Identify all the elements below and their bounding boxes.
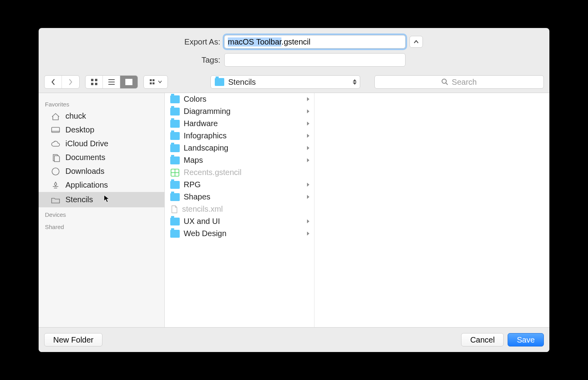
chevron-down-icon (158, 80, 162, 84)
column-item[interactable]: Maps (165, 154, 314, 166)
filename-input[interactable] (224, 35, 406, 48)
sidebar-item-label: Desktop (65, 125, 94, 134)
path-folder-name: Stencils (228, 78, 256, 87)
svg-rect-3 (95, 83, 97, 85)
column-item-label: Colors (184, 95, 207, 104)
sidebar-item-downloads[interactable]: Downloads (39, 164, 164, 178)
disclosure-arrow-icon (306, 131, 310, 140)
column-view-button[interactable] (120, 76, 138, 88)
column-item[interactable]: Landscaping (165, 142, 314, 154)
list-view-button[interactable] (103, 76, 120, 88)
column-item[interactable]: UX and UI (165, 215, 314, 227)
view-mode-group (85, 75, 138, 89)
column-item[interactable]: stencils.xml (165, 203, 314, 215)
cancel-button[interactable]: Cancel (461, 333, 504, 346)
folder-icon (170, 144, 180, 152)
svg-rect-12 (150, 82, 152, 84)
svg-rect-2 (91, 83, 93, 85)
svg-line-15 (446, 83, 448, 85)
sidebar-item-desktop[interactable]: Desktop (39, 123, 164, 137)
grouping-button[interactable] (143, 75, 168, 89)
path-popup[interactable]: Stencils (210, 75, 360, 89)
desktop-icon (50, 126, 61, 134)
sidebar-item-documents[interactable]: Documents (39, 151, 164, 164)
grid-icon (91, 78, 98, 86)
column-item-label: stencils.xml (182, 205, 223, 214)
footer: New Folder Cancel Save (39, 328, 549, 352)
sidebar-item-stencils[interactable]: Stencils (39, 192, 164, 207)
disclosure-arrow-icon (306, 95, 310, 104)
folder-icon (170, 132, 180, 140)
sidebar-item-label: Documents (65, 153, 105, 162)
nav-back-forward-group (44, 75, 80, 89)
column-item-label: Infographics (184, 131, 227, 140)
save-dialog: Export As: Tags: (39, 28, 549, 352)
icon-view-button[interactable] (86, 76, 103, 88)
forward-button[interactable] (62, 76, 79, 88)
folder-icon (170, 230, 180, 238)
column-item-label: Recents.gstencil (184, 168, 242, 177)
downloads-icon (50, 167, 61, 176)
cursor-icon (103, 194, 110, 205)
column-item[interactable]: RPG (165, 179, 314, 191)
column-item[interactable]: Shapes (165, 191, 314, 203)
tags-label: Tags: (165, 56, 220, 65)
file-browser: FavoriteschuckDesktopiCloud DriveDocumen… (39, 93, 549, 328)
group-icon (150, 79, 157, 85)
column-item-label: Landscaping (184, 143, 228, 153)
column-item-label: Shapes (184, 192, 210, 201)
sidebar-item-label: Downloads (65, 167, 104, 176)
sidebar-item-icloud-drive[interactable]: iCloud Drive (39, 137, 164, 151)
column-1: ColorsDiagrammingHardwareInfographicsLan… (165, 93, 314, 327)
disclosure-arrow-icon (306, 119, 310, 128)
folder-icon (50, 196, 61, 204)
disclosure-arrow-icon (306, 156, 310, 165)
column-item[interactable]: Infographics (165, 130, 314, 142)
collapse-button[interactable] (409, 36, 423, 48)
tags-input[interactable] (224, 53, 406, 67)
apps-icon (50, 181, 61, 190)
chevron-left-icon (51, 78, 56, 86)
disclosure-arrow-icon (306, 180, 310, 189)
column-item-label: UX and UI (184, 217, 220, 226)
search-field[interactable]: Search (374, 75, 544, 89)
folder-icon (215, 78, 224, 86)
stencil-icon (170, 168, 180, 177)
column-item[interactable]: Web Design (165, 227, 314, 240)
chevron-right-icon (68, 78, 73, 86)
column-preview (314, 93, 549, 327)
column-item-label: Maps (184, 156, 203, 165)
disclosure-arrow-icon (306, 229, 310, 238)
column-item[interactable]: Diagramming (165, 105, 314, 117)
column-item[interactable]: Colors (165, 93, 314, 105)
search-placeholder: Search (452, 78, 476, 87)
sidebar-section-header: Favorites (39, 97, 164, 109)
new-folder-button[interactable]: New Folder (44, 333, 102, 346)
folder-icon (170, 95, 180, 103)
cloud-icon (50, 140, 61, 148)
disclosure-arrow-icon (306, 107, 310, 116)
folder-icon (170, 156, 180, 164)
column-item[interactable]: Hardware (165, 117, 314, 130)
documents-icon (50, 153, 61, 162)
column-item[interactable]: Recents.gstencil (165, 166, 314, 179)
disclosure-arrow-icon (306, 217, 310, 226)
sidebar-section-header: Devices (39, 207, 164, 220)
column-item-label: Diagramming (184, 107, 231, 116)
sidebar-item-label: Applications (65, 181, 108, 190)
svg-point-14 (442, 79, 447, 84)
sidebar-item-applications[interactable]: Applications (39, 178, 164, 192)
back-button[interactable] (45, 76, 62, 88)
save-button[interactable]: Save (508, 333, 544, 346)
svg-rect-1 (95, 79, 97, 81)
columns-icon (125, 78, 132, 86)
svg-rect-0 (91, 79, 93, 81)
folder-icon (170, 181, 180, 189)
sidebar: FavoriteschuckDesktopiCloud DriveDocumen… (39, 93, 165, 327)
svg-rect-11 (153, 79, 154, 81)
list-icon (108, 78, 115, 86)
folder-icon (170, 218, 180, 225)
sidebar-item-chuck[interactable]: chuck (39, 109, 164, 123)
toolbar: Stencils Search (39, 71, 549, 93)
form-area: Export As: Tags: (39, 28, 549, 71)
